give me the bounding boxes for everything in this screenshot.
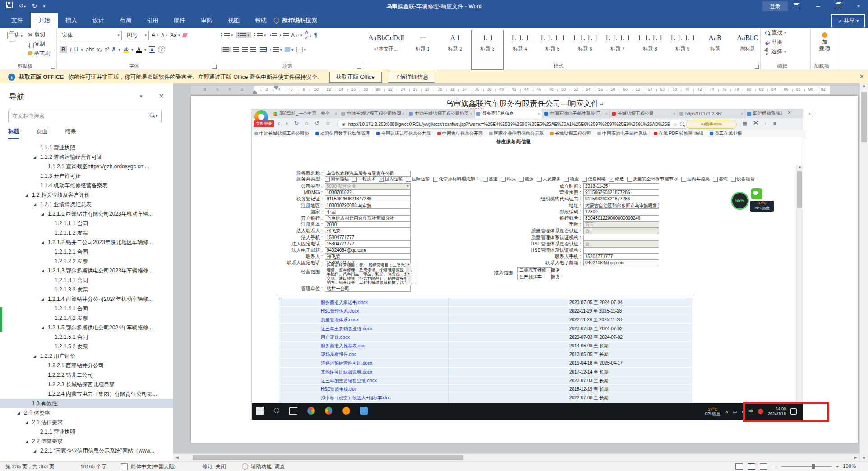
form-input[interactable]	[583, 235, 659, 241]
attachment-link[interactable]: 服务商准入承诺书.docx	[321, 300, 368, 306]
browser-minimize-button[interactable]: ─	[769, 110, 772, 115]
favorite-icon[interactable]: ☆	[325, 120, 330, 126]
form-input[interactable]	[583, 247, 659, 254]
attachment-link[interactable]: HSE资质审核.doc	[321, 386, 356, 392]
form-input[interactable]: 钻井一公司	[325, 286, 411, 292]
menu-tab-插入[interactable]: 插入	[58, 13, 85, 28]
textarea-scrollbar[interactable]: ▲▼	[406, 263, 411, 284]
type-checkbox[interactable]: 化学原材料委托加工	[433, 176, 480, 182]
nav-tree-item[interactable]: 1.2.2.2 钻井二公司	[0, 370, 173, 379]
type-checkbox[interactable]: 科技	[501, 176, 516, 182]
scrollbar-thumb[interactable]	[797, 171, 802, 208]
char-border-button[interactable]: A	[149, 46, 155, 53]
bookmark-item[interactable]: 国家企业信用信息公示系	[489, 130, 544, 137]
bookmark-item[interactable]: 中国执行信息公开网	[437, 130, 483, 137]
subscript-button[interactable]: x₂	[97, 46, 102, 53]
nav-tree-item[interactable]: ◢1.1.2 道路运输经营许可证	[0, 152, 173, 162]
browser-tab[interactable]: 中油长城钻探工程公司协同×	[407, 109, 475, 118]
menu-tab-邮件[interactable]: 邮件	[166, 13, 193, 28]
attachment-link[interactable]: HSE管理体系.docx	[321, 308, 359, 314]
clear-format-button[interactable]	[183, 33, 187, 37]
back-icon[interactable]: ‹	[278, 120, 280, 126]
business-scope-textarea[interactable]: 许可证经营项目：无 一般经营项目：二类汽车维修：整车修理、总成修理、小修维修救援…	[325, 263, 418, 285]
type-checkbox[interactable]: 人员劳务	[537, 176, 561, 182]
web-layout-button[interactable]	[760, 463, 767, 470]
cpu-temp-widget[interactable]: 37°CCPU温度	[705, 407, 720, 416]
bookmark-item[interactable]: 欢迎使用数字化智能管理	[315, 130, 370, 137]
print-layout-button[interactable]	[748, 463, 755, 470]
bold-button[interactable]: B	[60, 46, 67, 53]
share-button[interactable]: ⇗共享▾	[831, 14, 865, 27]
grow-font-button[interactable]: A˄	[152, 32, 158, 38]
status-language[interactable]: 简体中文(中国大陆)	[131, 463, 176, 470]
history-icon[interactable]: ↺	[314, 120, 319, 126]
nav-tree-item[interactable]: 1.2.1.4.2 发票	[0, 314, 173, 323]
scrollbar-thumb[interactable]	[193, 455, 463, 460]
attachment-link[interactable]: 道路运输经营许可证.docx	[321, 360, 372, 366]
multilevel-list-button[interactable]: ▾	[254, 33, 266, 37]
form-input[interactable]: 乌审旗鑫联汽车服务有限责任公司	[325, 171, 411, 177]
form-input[interactable]: 否	[583, 228, 659, 234]
search-icon[interactable]	[680, 122, 684, 126]
browser-tab[interactable]: 中油长城钻探工程公司协同×	[339, 109, 407, 118]
nav-tab-页面[interactable]: 页面	[37, 128, 48, 139]
bookmark-item[interactable]: 在线 PDF 转换器-编辑	[654, 130, 703, 137]
type-checkbox[interactable]: 能源	[519, 176, 534, 182]
underline-button[interactable]: U	[74, 46, 78, 53]
menu-tab-帮助[interactable]: 帮助	[247, 13, 274, 28]
font-color-button[interactable]: A	[136, 46, 142, 53]
taskbar-app-icon[interactable]	[307, 407, 315, 415]
borders-button[interactable]: ▾	[296, 47, 306, 52]
form-input[interactable]: 8104501220000000000246	[583, 215, 659, 222]
undo-button[interactable]: ↺▾	[19, 1, 26, 11]
attachment-link[interactable]: 服务商准入推荐表.doc	[321, 343, 365, 349]
tray-expand-icon[interactable]: ∧	[725, 409, 728, 414]
scroll-up-icon[interactable]: ▲	[862, 83, 866, 88]
chevron-down-icon[interactable]: ▾	[140, 93, 143, 99]
scroll-down-icon[interactable]: ▼	[860, 456, 868, 460]
font-dialog-launcher[interactable]	[212, 65, 217, 69]
scroll-left-icon[interactable]: ◀	[175, 455, 179, 460]
nav-tree-item[interactable]: ◢1.2.1.5 鄂尔多斯供电公司2024年车辆维修...	[0, 323, 173, 332]
nav-tree-item[interactable]: 1.2.1.1.1 合同	[0, 219, 173, 228]
attachment-link[interactable]: 其他许可证缺如说明.docx	[321, 369, 372, 375]
close-button[interactable]: ×	[851, 0, 866, 13]
status-page-info[interactable]: 第 235 页，共 353 页	[5, 463, 55, 470]
browser-tab[interactable]: 中国石油电子邮件系统:已×	[542, 109, 610, 118]
attachment-link[interactable]: 拟中标（成交）候选人+指标车.doc	[321, 395, 391, 401]
nav-tree-item[interactable]: 1.2.1.4.1 合同	[0, 304, 173, 313]
wechat-icon[interactable]	[751, 188, 762, 199]
superscript-button[interactable]: x²	[105, 46, 109, 53]
login-badge[interactable]: 立即登录	[254, 120, 274, 127]
zoom-in-button[interactable]: ＋	[835, 463, 840, 470]
nav-tab-标题[interactable]: 标题	[8, 128, 19, 139]
save-icon[interactable]	[6, 2, 13, 11]
strikethrough-button[interactable]: abc	[86, 46, 94, 53]
ribbon-options-icon[interactable]	[789, 0, 804, 13]
styles-dialog-launcher[interactable]	[755, 65, 759, 69]
type-checkbox[interactable]: 基建	[483, 176, 498, 182]
zoom-slider[interactable]	[781, 466, 832, 467]
change-case-button[interactable]: Aa▾	[170, 32, 180, 38]
numbering-button[interactable]: ▾	[236, 32, 252, 38]
copy-button[interactable]: 复制	[28, 40, 50, 48]
browser-tab[interactable]: 长城钻探工程公司×	[610, 109, 678, 118]
form-input[interactable]: 94024084@qq.com	[583, 260, 659, 266]
browser-menu-icon[interactable]: ▾	[762, 110, 764, 115]
align-left-button[interactable]	[221, 47, 231, 52]
menu-tab-视图[interactable]: 视图	[220, 13, 247, 28]
zoom-level[interactable]: 130%	[843, 463, 856, 469]
status-accessibility[interactable]: 辅助功能: 调查	[251, 463, 285, 470]
network-icon[interactable]: ▭	[733, 409, 737, 414]
qat-customize-icon[interactable]: ▾	[43, 2, 46, 11]
type-checkbox[interactable]: 咨询	[713, 176, 728, 182]
font-name-select[interactable]: 宋体▾	[60, 31, 122, 40]
apps-icon[interactable]: ▦	[743, 120, 747, 126]
form-input[interactable]: 内蒙古自治区鄂尔多斯市乌审旗嘎鲁图镇	[583, 203, 659, 209]
type-checkbox[interactable]: 质量安全环保节能节水	[627, 176, 678, 182]
nav-tree-item[interactable]: ◢1.2.1.3 鄂尔多斯供电公司2023年车辆维修...	[0, 266, 173, 275]
decrease-indent-button[interactable]	[269, 33, 277, 37]
bookmark-item[interactable]: 长城钻探工程公司	[550, 130, 591, 137]
restore-button[interactable]	[830, 0, 845, 13]
nav-tree-item[interactable]: ◢2.2 信誉要求	[0, 437, 173, 446]
